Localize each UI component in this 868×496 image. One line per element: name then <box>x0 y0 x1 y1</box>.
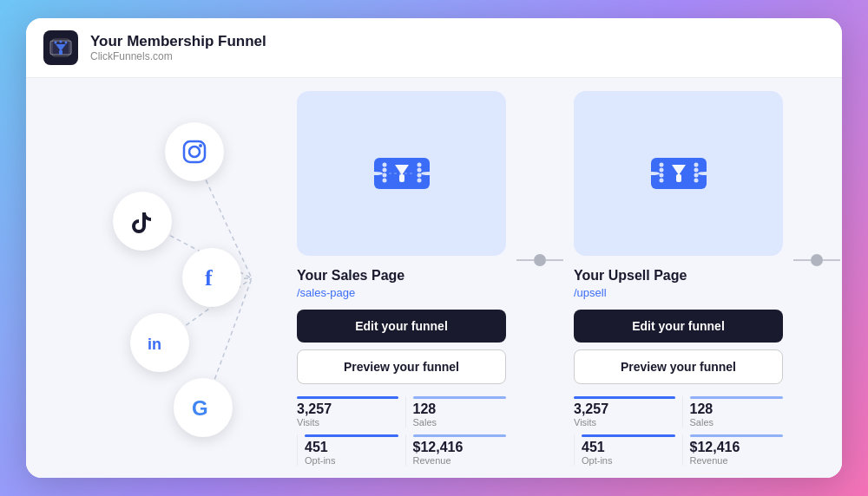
social-icons-container: f in G <box>61 114 252 443</box>
stat-value-optins-u: 451 <box>582 440 675 455</box>
connector-2-3 <box>793 178 840 343</box>
svg-point-18 <box>382 162 386 166</box>
stat-value-visits: 3,257 <box>297 401 398 417</box>
stat-label-revenue: Revenue <box>413 455 507 466</box>
instagram-icon <box>165 122 224 181</box>
funnel-step-membership: Your /memb... 3,25 Visits 451 Opt-in <box>840 113 842 444</box>
svg-point-4 <box>60 41 62 43</box>
svg-point-5 <box>65 42 68 44</box>
stat-bar-revenue-u <box>690 434 784 437</box>
step-name-sales: Your Sales Page <box>297 268 404 284</box>
stat-bar-optins <box>305 434 398 437</box>
tiktok-icon <box>113 192 172 251</box>
svg-point-21 <box>382 178 386 182</box>
stat-bar-revenue <box>413 434 507 437</box>
stat-bar-sales <box>413 396 507 399</box>
stat-value-revenue: $12,416 <box>413 440 507 455</box>
linkedin-icon: in <box>130 313 189 372</box>
google-icon: G <box>174 378 233 437</box>
stat-label-sales-u: Sales <box>690 417 784 427</box>
svg-point-35 <box>694 173 698 177</box>
svg-point-33 <box>694 162 698 166</box>
svg-point-13 <box>199 144 202 147</box>
stat-label-revenue-u: Revenue <box>690 455 784 466</box>
titlebar-text: Your Membership Funnel ClickFunnels.com <box>90 33 266 62</box>
stat-value-visits-u: 3,257 <box>574 401 675 417</box>
step-name-upsell: Your Upsell Page <box>574 268 687 284</box>
main-content: f in G <box>26 78 842 478</box>
stat-label-visits-u: Visits <box>574 417 675 427</box>
stat-sales-upsell: 128 Sales <box>682 396 784 427</box>
svg-point-24 <box>417 173 421 177</box>
svg-point-29 <box>659 162 663 166</box>
funnel-step-sales: Your Sales Page /sales-page Edit your fu… <box>286 91 516 466</box>
step-card-sales <box>297 91 506 256</box>
preview-button-upsell[interactable]: Preview your funnel <box>574 349 783 384</box>
app-window: Your Membership Funnel ClickFunnels.com <box>26 18 842 478</box>
stat-bar-visits-u <box>574 396 675 399</box>
stat-value-optins: 451 <box>305 440 398 455</box>
svg-text:f: f <box>205 265 213 290</box>
svg-point-20 <box>382 173 386 177</box>
svg-rect-26 <box>399 174 404 182</box>
stat-optins-upsell: 451 Opt-ins <box>574 434 675 466</box>
edit-button-sales[interactable]: Edit your funnel <box>297 310 506 343</box>
svg-point-25 <box>417 178 421 182</box>
svg-point-22 <box>417 162 421 166</box>
stat-optins-sales: 451 Opt-ins <box>297 434 398 466</box>
svg-point-3 <box>55 42 57 44</box>
step-url-upsell: /upsell <box>574 286 607 299</box>
step-stats-sales: 3,257 Visits 128 Sales 451 Opt-ins <box>297 396 506 466</box>
svg-point-32 <box>659 178 663 182</box>
step-url-sales: /sales-page <box>297 286 355 299</box>
facebook-icon: f <box>182 248 241 307</box>
app-title: Your Membership Funnel <box>90 33 266 50</box>
stat-sales-sales: 128 Sales <box>405 396 507 427</box>
funnel-step-upsell: Your Upsell Page /upsell Edit your funne… <box>563 91 793 466</box>
stat-revenue-sales: $12,416 Revenue <box>405 434 507 466</box>
svg-rect-2 <box>59 50 62 55</box>
app-subtitle: ClickFunnels.com <box>90 50 266 62</box>
step-stats-upsell: 3,257 Visits 128 Sales 451 Opt-ins <box>574 396 783 466</box>
svg-point-19 <box>382 167 386 172</box>
svg-point-31 <box>659 173 663 177</box>
stat-label-visits: Visits <box>297 417 398 427</box>
stat-label-optins-u: Opt-ins <box>582 455 675 466</box>
stat-visits-upsell: 3,257 Visits <box>574 396 675 427</box>
stat-revenue-upsell: $12,416 Revenue <box>682 434 784 466</box>
svg-text:G: G <box>192 396 208 420</box>
svg-point-30 <box>659 167 663 172</box>
svg-rect-37 <box>676 174 681 182</box>
stat-visits-sales: 3,257 Visits <box>297 396 398 427</box>
preview-button-sales[interactable]: Preview your funnel <box>297 349 506 384</box>
stat-value-sales-u: 128 <box>690 401 784 417</box>
edit-button-upsell[interactable]: Edit your funnel <box>574 310 783 343</box>
svg-text:in: in <box>148 336 161 353</box>
app-icon <box>43 30 78 65</box>
svg-point-23 <box>417 167 421 172</box>
svg-point-36 <box>694 178 698 182</box>
connector-1-2 <box>516 178 563 343</box>
titlebar: Your Membership Funnel ClickFunnels.com <box>26 18 842 78</box>
svg-point-34 <box>694 167 698 172</box>
stat-value-sales-num: 128 <box>413 401 507 417</box>
stat-bar-sales-u <box>690 396 784 399</box>
funnel-steps: Your Sales Page /sales-page Edit your fu… <box>286 78 842 478</box>
step-card-upsell <box>574 91 783 256</box>
traffic-section: f in G <box>26 78 286 478</box>
stat-label-sales-num: Sales <box>413 417 507 427</box>
stat-label-optins: Opt-ins <box>305 455 398 466</box>
svg-point-12 <box>189 147 200 157</box>
stat-value-revenue-u: $12,416 <box>690 440 784 455</box>
stat-bar-optins-u <box>582 434 675 437</box>
stat-bar-visits <box>297 396 398 399</box>
